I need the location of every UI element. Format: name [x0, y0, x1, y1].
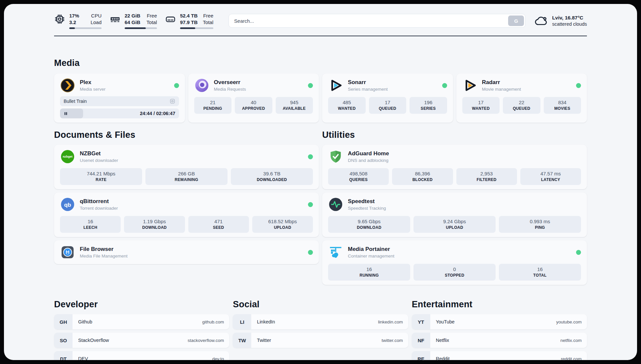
search-engine-button[interactable]: G	[508, 15, 524, 26]
section-title-social: Social	[233, 299, 408, 310]
app-card-sonarr[interactable]: Sonarr Series management 485 WANTED 17 Q…	[322, 74, 453, 123]
bookmark-badge: NF	[412, 333, 430, 348]
cpu-icon	[54, 14, 65, 25]
bookmark-name: LinkedIn	[257, 319, 275, 324]
app-card-nzbget[interactable]: nzbget NZBGet Usenet downloader 74	[54, 145, 319, 189]
stat-wanted: 485 WANTED	[328, 97, 366, 114]
app-subtitle: Series management	[348, 87, 388, 92]
filebrowser-icon	[60, 245, 75, 260]
app-title: Radarr	[482, 79, 521, 86]
stat-wanted: 17 WANTED	[462, 97, 500, 114]
bookmark-badge: RE	[412, 351, 430, 360]
storage-free-value: 52.4 TB	[180, 13, 198, 19]
storage-metric: 52.4 TB 97.9 TB Free Total	[165, 13, 213, 29]
playback-time: 24:44 / 02:06:47	[140, 111, 175, 116]
bookmark-badge: LI	[233, 314, 251, 329]
bookmark-name: Twitter	[257, 338, 271, 343]
cast-device-icon	[169, 98, 175, 104]
storage-free-label: Free	[203, 13, 213, 19]
memory-free-value: 22 GiB	[125, 13, 140, 19]
status-dot	[308, 202, 313, 207]
stat-queued: 17 QUEUED	[369, 97, 407, 114]
status-dot	[442, 83, 447, 88]
app-card-portainer[interactable]: Media Portainer Container management 16 …	[322, 240, 587, 285]
app-title: NZBGet	[80, 150, 118, 157]
portainer-icon	[328, 245, 343, 260]
status-dot	[576, 83, 581, 88]
bookmark-badge: TW	[233, 333, 251, 348]
cpu-label: CPU	[91, 13, 102, 19]
section-title-entertainment: Entertainment	[412, 299, 587, 310]
playback-progress-row: 24:44 / 02:06:47	[60, 108, 179, 118]
app-card-plex[interactable]: Plex Media server Bullet Train	[54, 74, 185, 123]
app-card-filebrowser[interactable]: File Browser Media File Management	[54, 240, 319, 264]
stat-download: 1.19 Gbps DOWNLOAD	[124, 216, 185, 233]
app-title: Speedtest	[348, 198, 386, 205]
stat-ping: 0.993 ms PING	[499, 216, 581, 233]
bookmark-linkedin[interactable]: LI LinkedIn linkedin.com	[233, 314, 408, 329]
cpu-load-value: 3.2	[69, 19, 79, 26]
bookmark-netflix[interactable]: NF Netflix netflix.com	[412, 333, 587, 348]
ram-icon	[109, 14, 121, 25]
bookmark-stackoverflow[interactable]: SO StackOverflow stackoverflow.com	[54, 333, 229, 348]
bookmark-youtube[interactable]: YT YouTube youtube.com	[412, 314, 587, 329]
app-title: Overseerr	[214, 79, 246, 86]
bookmark-name: StackOverflow	[78, 338, 109, 343]
storage-total-label: Total	[203, 19, 213, 26]
cpu-usage-value: 17%	[69, 13, 79, 19]
app-card-speedtest[interactable]: Speedtest Speedtest Tracking 9.65 Gbps D…	[322, 193, 587, 237]
bookmark-url: reddit.com	[561, 356, 587, 360]
app-title: AdGuard Home	[348, 150, 389, 157]
bookmark-url: twitter.com	[382, 338, 408, 343]
bookmark-badge: SO	[54, 333, 73, 348]
memory-total-value: 64 GiB	[125, 19, 140, 26]
memory-progress-bar	[125, 27, 157, 29]
cpu-load-label: Load	[91, 19, 102, 26]
bookmark-github[interactable]: GH Github github.com	[54, 314, 229, 329]
app-title: Media Portainer	[348, 246, 394, 253]
bookmark-url: linkedin.com	[378, 319, 408, 324]
stat-queued: 22 QUEUED	[503, 97, 540, 114]
bookmark-url: netflix.com	[560, 338, 587, 343]
bookmark-reddit[interactable]: RE Reddit reddit.com	[412, 351, 587, 360]
weather-condition: scattered clouds	[552, 21, 587, 27]
bookmark-url: youtube.com	[556, 319, 587, 324]
bookmark-name: Github	[78, 319, 92, 324]
memory-metric: 22 GiB 64 GiB Free Total	[109, 13, 157, 29]
bookmark-name: YouTube	[436, 319, 455, 324]
weather-widget: Lviv, 16.87°C scattered clouds	[534, 14, 587, 28]
bookmark-badge: GH	[54, 314, 73, 329]
app-card-adguard[interactable]: AdGuard Home DNS and adblocking 498,508 …	[322, 145, 587, 189]
bookmark-dev[interactable]: DT DEV dev.to	[54, 351, 229, 360]
overseerr-icon	[194, 78, 209, 93]
app-subtitle: Movie management	[482, 87, 521, 92]
app-title: Sonarr	[348, 79, 388, 86]
stat-available: 945 AVAILABLE	[276, 97, 313, 114]
stat-filtered: 2,953 FILTERED	[456, 168, 517, 185]
app-subtitle: Torrent downloader	[80, 206, 118, 211]
status-dot	[174, 83, 179, 88]
app-card-overseerr[interactable]: Overseerr Media Requests 21 PENDING 40 A…	[188, 74, 319, 123]
status-dot	[576, 250, 581, 255]
stat-leech: 16 LEECH	[60, 216, 121, 233]
search-bar: G	[229, 14, 526, 28]
storage-progress-fill	[180, 27, 195, 29]
status-dot	[308, 250, 313, 255]
bookmark-badge: DT	[54, 351, 73, 360]
app-card-qbittorrent[interactable]: qb qBittorrent Torrent downloader	[54, 193, 319, 237]
stat-seed: 471 SEED	[188, 216, 249, 233]
memory-total-label: Total	[146, 19, 157, 26]
status-dot	[308, 154, 313, 159]
bookmark-name: Netflix	[436, 338, 449, 343]
search-input[interactable]	[229, 14, 526, 28]
stat-blocked: 86,396 BLOCKED	[392, 168, 453, 185]
stat-series: 196 SERIES	[410, 97, 447, 114]
stat-total: 16 TOTAL	[499, 264, 581, 281]
cpu-metric: 17% 3.2 CPU Load	[54, 13, 102, 29]
app-card-radarr[interactable]: Radarr Movie management 17 WANTED 22 QUE…	[456, 74, 587, 123]
bookmark-twitter[interactable]: TW Twitter twitter.com	[233, 333, 408, 348]
status-dot	[308, 83, 313, 88]
section-title-documents: Documents & Files	[54, 130, 319, 140]
app-title: Plex	[80, 79, 106, 86]
sonarr-icon	[328, 78, 343, 93]
